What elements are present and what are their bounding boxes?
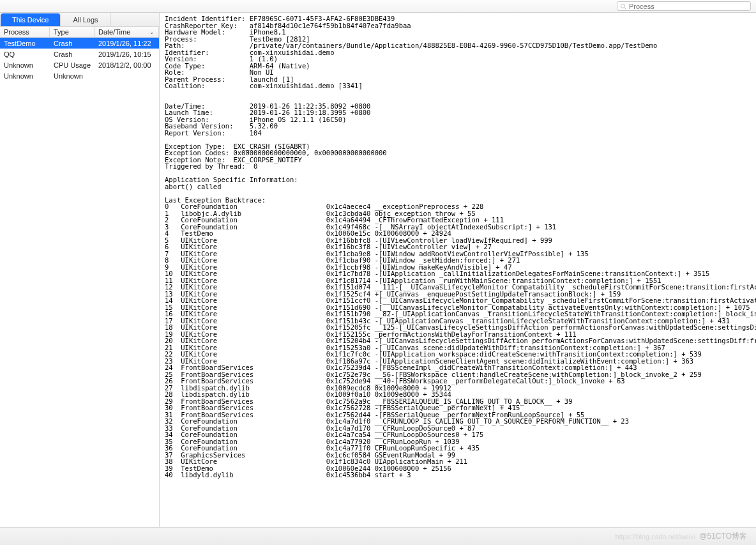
toolbar [0,0,756,13]
cell-process: QQ [0,50,50,58]
column-headers: Process Type Date/Time ⌄ [0,27,159,38]
search-input[interactable] [626,3,748,10]
sidebar: This Device All Logs Process Type Date/T… [0,13,160,527]
watermark-faint: https://blog.csdn.net/weixi [615,533,695,541]
cell-type: Unknown [50,72,94,80]
process-list[interactable]: TestDemo Crash 2019/1/26, 11:22 QQ Crash… [0,38,159,527]
tab-all-logs[interactable]: All Logs [61,13,110,26]
cell-type: CPU Usage [50,61,94,69]
sort-indicator-icon: ⌄ [149,29,155,35]
svg-point-0 [621,4,624,8]
cell-type: Crash [50,40,94,47]
cell-process: Unknown [0,61,50,69]
col-process[interactable]: Process [0,27,50,37]
sidebar-tabs: This Device All Logs [0,13,159,27]
search-icon [620,3,626,10]
cell-date: 2019/1/26, 10:15 [94,50,159,58]
col-type[interactable]: Type [50,27,94,37]
cell-date: 2018/12/2, 00:00 [94,61,159,69]
table-row[interactable]: QQ Crash 2019/1/26, 10:15 [0,49,159,59]
watermark-brand: @51CTO博客 [699,531,747,542]
crash-log[interactable]: Incident Identifier: EF78965C-6071-45F3-… [160,13,756,527]
table-row[interactable]: TestDemo Crash 2019/1/26, 11:22 [0,38,159,49]
cell-process: Unknown [0,72,50,80]
cell-process: TestDemo [0,40,50,47]
table-row[interactable]: Unknown CPU Usage 2018/12/2, 00:00 [0,59,159,70]
cell-date: 2019/1/26, 11:22 [94,40,159,47]
col-date[interactable]: Date/Time ⌄ [94,27,159,37]
table-row[interactable]: Unknown Unknown [0,70,159,81]
tab-this-device[interactable]: This Device [1,13,61,26]
cell-type: Crash [50,50,94,58]
svg-line-1 [624,7,626,9]
col-date-label: Date/Time [98,28,130,36]
footer: https://blog.csdn.net/weixi @51CTO博客 [0,527,756,545]
search-field[interactable] [617,1,751,11]
